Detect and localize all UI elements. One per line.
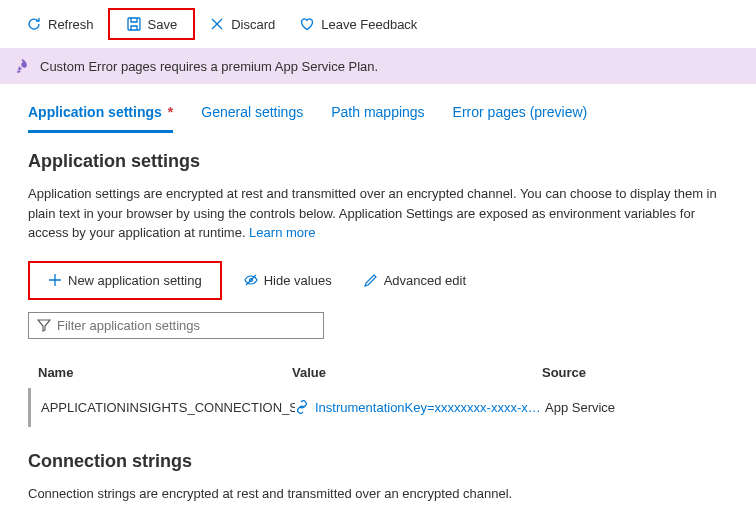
table-row[interactable]: APPLICATIONINSIGHTS_CONNECTION_STRING In… — [28, 388, 728, 427]
header-value[interactable]: Value — [292, 365, 542, 380]
discard-button[interactable]: Discard — [199, 12, 285, 36]
tab-general-settings[interactable]: General settings — [201, 98, 303, 133]
hide-values-label: Hide values — [264, 273, 332, 288]
save-button[interactable]: Save — [116, 12, 188, 36]
tab-general-label: General settings — [201, 104, 303, 120]
tab-app-settings-label: Application settings — [28, 104, 162, 120]
filter-input[interactable] — [57, 318, 315, 333]
settings-table: Name Value Source APPLICATIONINSIGHTS_CO… — [28, 357, 728, 427]
header-name[interactable]: Name — [38, 365, 292, 380]
app-settings-title: Application settings — [28, 151, 728, 172]
toolbar: Refresh Save Discard Leave Feedback — [0, 0, 756, 48]
advanced-edit-button[interactable]: Advanced edit — [354, 267, 476, 294]
plus-icon — [48, 273, 62, 287]
advanced-edit-label: Advanced edit — [384, 273, 466, 288]
tab-application-settings[interactable]: Application settings * — [28, 98, 173, 133]
pencil-icon — [364, 273, 378, 287]
tab-path-mappings[interactable]: Path mappings — [331, 98, 424, 133]
row-source: App Service — [545, 400, 718, 415]
banner-text: Custom Error pages requires a premium Ap… — [40, 59, 378, 74]
heart-icon — [299, 16, 315, 32]
content: Application settings Application setting… — [0, 133, 756, 507]
discard-label: Discard — [231, 17, 275, 32]
tab-error-pages[interactable]: Error pages (preview) — [453, 98, 588, 133]
new-setting-label: New application setting — [68, 273, 202, 288]
app-settings-description: Application settings are encrypted at re… — [28, 184, 728, 243]
save-label: Save — [148, 17, 178, 32]
table-header: Name Value Source — [28, 357, 728, 388]
save-icon — [126, 16, 142, 32]
action-row: New application setting Hide values Adva… — [28, 261, 728, 300]
refresh-label: Refresh — [48, 17, 94, 32]
tab-error-label: Error pages (preview) — [453, 104, 588, 120]
dirty-indicator: * — [168, 104, 173, 120]
svg-rect-0 — [128, 18, 140, 30]
connection-strings-description: Connection strings are encrypted at rest… — [28, 484, 728, 504]
rocket-icon — [14, 58, 30, 74]
filter-icon — [37, 318, 51, 332]
tabs: Application settings * General settings … — [0, 84, 756, 133]
connection-strings-section: Connection strings Connection strings ar… — [28, 451, 728, 504]
new-application-setting-button[interactable]: New application setting — [38, 267, 212, 294]
connection-strings-title: Connection strings — [28, 451, 728, 472]
new-setting-highlight-box: New application setting — [28, 261, 222, 300]
feedback-label: Leave Feedback — [321, 17, 417, 32]
header-source[interactable]: Source — [542, 365, 718, 380]
premium-banner: Custom Error pages requires a premium Ap… — [0, 48, 756, 84]
learn-more-link[interactable]: Learn more — [249, 225, 315, 240]
row-name: APPLICATIONINSIGHTS_CONNECTION_STRING — [41, 400, 295, 415]
refresh-button[interactable]: Refresh — [16, 12, 104, 36]
row-value: InstrumentationKey=xxxxxxxx-xxxx-xxxx — [315, 400, 545, 415]
feedback-button[interactable]: Leave Feedback — [289, 12, 427, 36]
hide-values-button[interactable]: Hide values — [234, 267, 342, 294]
row-value-cell[interactable]: InstrumentationKey=xxxxxxxx-xxxx-xxxx — [295, 400, 545, 415]
save-highlight-box: Save — [108, 8, 196, 40]
close-icon — [209, 16, 225, 32]
tab-path-label: Path mappings — [331, 104, 424, 120]
filter-box[interactable] — [28, 312, 324, 339]
link-icon — [295, 400, 309, 414]
eye-slash-icon — [244, 273, 258, 287]
refresh-icon — [26, 16, 42, 32]
